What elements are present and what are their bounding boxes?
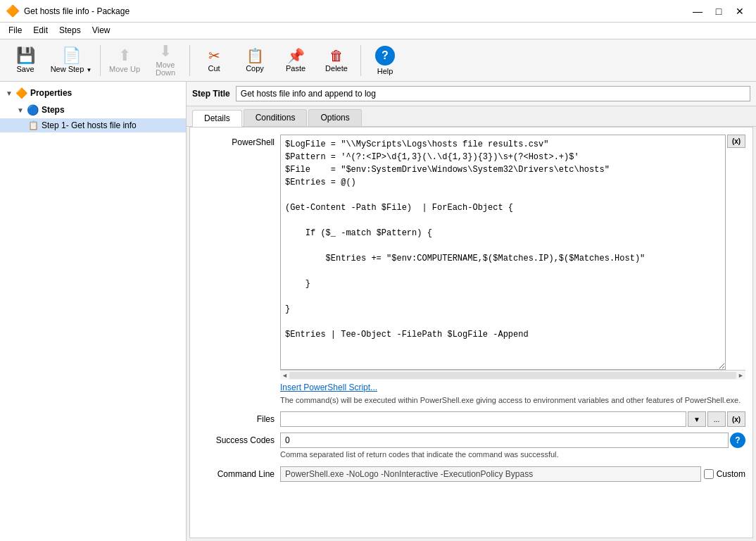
scroll-track <box>289 372 736 379</box>
save-icon: 💾 <box>16 48 35 63</box>
menu-file[interactable]: File <box>3 24 27 37</box>
custom-checkbox[interactable] <box>704 469 714 479</box>
files-row: Files ▼ ... (x) <box>197 411 745 427</box>
insert-ps-script-link[interactable]: Insert PowerShell Script... <box>280 383 745 392</box>
custom-label: Custom <box>717 469 745 479</box>
step1-icon: 📋 <box>28 120 39 130</box>
title-bar: 🔶 Get hosts file info - Package — □ ✕ <box>0 0 756 23</box>
powershell-label: PowerShell <box>197 135 275 147</box>
cut-icon: ✂ <box>208 49 220 63</box>
app-icon: 🔶 <box>6 4 20 18</box>
move-up-button[interactable]: ⬆ Move Up <box>105 42 144 79</box>
step-title-input[interactable] <box>236 86 750 101</box>
title-bar-controls: — □ ✕ <box>687 4 750 19</box>
maximize-button[interactable]: □ <box>708 4 729 19</box>
delete-icon: 🗑 <box>329 49 344 63</box>
sidebar-properties[interactable]: ▼ 🔶 Properties <box>0 85 186 101</box>
success-codes-input[interactable] <box>280 433 729 448</box>
tab-content-details: PowerShell $LogFile = "\\MyScripts\Logs\… <box>189 127 753 538</box>
scroll-right-arrow[interactable]: ► <box>738 372 744 379</box>
properties-label: Properties <box>30 88 72 98</box>
powershell-control-area: $LogFile = "\\MyScripts\Logs\hosts file … <box>280 135 745 406</box>
success-codes-label: Success Codes <box>197 433 275 445</box>
step1-label: Step 1- Get hosts file info <box>42 120 137 130</box>
ps-hint: The command(s) will be executed within P… <box>280 395 745 406</box>
minimize-button[interactable]: — <box>687 4 708 19</box>
command-line-control-area: Custom <box>280 466 745 482</box>
command-line-row: Command Line Custom <box>197 466 745 482</box>
new-step-icon: 📄 <box>62 48 81 63</box>
files-input-row: ▼ ... (x) <box>280 411 745 427</box>
help-icon: ? <box>375 46 395 66</box>
copy-icon: 📋 <box>246 49 264 63</box>
toolbar-separator-2 <box>189 45 190 76</box>
content-area: Step Title Details Conditions Options Po… <box>187 82 756 541</box>
success-codes-row: Success Codes ? Comma separated list of … <box>197 433 745 460</box>
success-codes-control-area: ? Comma separated list of return codes t… <box>280 433 745 460</box>
tab-details[interactable]: Details <box>192 110 242 127</box>
paste-button[interactable]: 📌 Paste <box>276 42 315 79</box>
tabs-bar: Details Conditions Options <box>187 106 756 127</box>
files-control-area: ▼ ... (x) <box>280 411 745 427</box>
scroll-left-arrow[interactable]: ◄ <box>282 372 288 379</box>
properties-icon: 🔶 <box>15 87 27 99</box>
steps-label: Steps <box>42 105 65 115</box>
save-label: Save <box>16 66 34 73</box>
menu-view[interactable]: View <box>87 24 116 37</box>
files-dropdown-button[interactable]: ▼ <box>688 411 706 427</box>
files-label: Files <box>197 411 275 424</box>
toolbar-separator-1 <box>100 45 101 76</box>
delete-button[interactable]: 🗑 Delete <box>317 42 356 79</box>
files-browse-button[interactable]: ... <box>707 411 726 427</box>
copy-label: Copy <box>246 65 264 73</box>
powershell-var-button[interactable]: (x) <box>727 135 745 148</box>
toolbar: 💾 Save 📄 New Step ▼ ⬆ Move Up ⬇ Move Dow… <box>0 39 756 82</box>
move-up-label: Move Up <box>109 66 140 73</box>
move-down-icon: ⬇ <box>159 44 172 59</box>
main-layout: ▼ 🔶 Properties ▼ 🔵 Steps 📋 Step 1- Get h… <box>0 82 756 541</box>
sidebar: ▼ 🔶 Properties ▼ 🔵 Steps 📋 Step 1- Get h… <box>0 82 187 541</box>
command-line-input[interactable] <box>280 466 701 482</box>
menu-steps[interactable]: Steps <box>53 24 87 37</box>
save-button[interactable]: 💾 Save <box>6 42 45 79</box>
ps-scrollbar[interactable]: ◄ ► <box>280 370 745 380</box>
tab-conditions[interactable]: Conditions <box>244 109 308 126</box>
step-title-label: Step Title <box>192 89 230 99</box>
new-step-label: New Step ▼ <box>51 66 92 73</box>
success-codes-help-button[interactable]: ? <box>730 433 745 448</box>
powershell-row: PowerShell $LogFile = "\\MyScripts\Logs\… <box>197 135 745 406</box>
paste-icon: 📌 <box>287 49 305 63</box>
sidebar-item-step1[interactable]: 📋 Step 1- Get hosts file info <box>0 118 186 132</box>
sidebar-steps[interactable]: ▼ 🔵 Steps <box>0 101 186 118</box>
powershell-textarea[interactable]: $LogFile = "\\MyScripts\Logs\hosts file … <box>280 135 726 370</box>
window-title: Get hosts file info - Package <box>24 6 130 16</box>
paste-label: Paste <box>286 65 305 73</box>
toolbar-separator-3 <box>360 45 361 76</box>
properties-collapse-icon: ▼ <box>6 89 13 97</box>
move-up-icon: ⬆ <box>118 48 131 63</box>
step-title-row: Step Title <box>187 82 756 106</box>
close-button[interactable]: ✕ <box>729 4 750 19</box>
title-bar-left: 🔶 Get hosts file info - Package <box>6 4 130 18</box>
files-var-button[interactable]: (x) <box>727 411 745 427</box>
new-step-button[interactable]: 📄 New Step ▼ <box>46 42 96 79</box>
steps-icon: 🔵 <box>27 104 39 116</box>
success-input-row: ? <box>280 433 745 448</box>
cut-label: Cut <box>208 65 220 73</box>
delete-label: Delete <box>325 65 348 73</box>
tab-options[interactable]: Options <box>308 109 361 126</box>
command-line-input-row: Custom <box>280 466 745 482</box>
ps-container: $LogFile = "\\MyScripts\Logs\hosts file … <box>280 135 745 370</box>
cut-button[interactable]: ✂ Cut <box>194 42 234 79</box>
menu-bar: File Edit Steps View <box>0 23 756 39</box>
move-down-label: Move Down <box>146 61 184 77</box>
copy-button[interactable]: 📋 Copy <box>235 42 275 79</box>
steps-collapse-icon: ▼ <box>17 106 24 114</box>
success-codes-hint: Comma separated list of return codes tha… <box>280 449 745 460</box>
help-button[interactable]: ? Help <box>365 42 405 79</box>
files-input[interactable] <box>280 411 686 427</box>
menu-edit[interactable]: Edit <box>27 24 53 37</box>
move-down-button[interactable]: ⬇ Move Down <box>146 42 185 79</box>
help-label: Help <box>377 68 393 75</box>
command-line-label: Command Line <box>197 466 275 479</box>
